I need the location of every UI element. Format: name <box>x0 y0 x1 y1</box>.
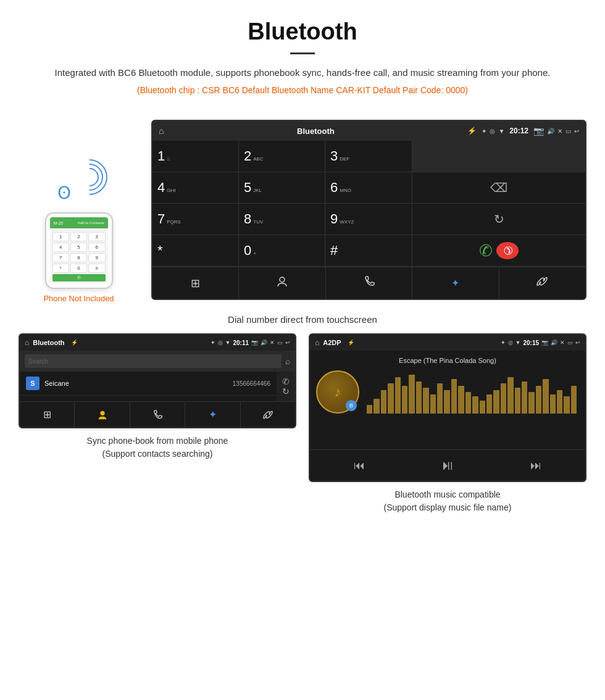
nav-link-button[interactable] <box>499 267 585 299</box>
bottom-panels: ⌂ Bluetooth ⚡ ✦ ◎ ▼ 20:11 📷 🔊 ✕ ▭ ↩ <box>0 333 605 514</box>
music-album-art: ♪ B <box>316 370 359 414</box>
eq-bar <box>409 375 414 414</box>
pb-refresh-icon[interactable]: ↻ <box>282 386 290 396</box>
dialpad-area: 1 ⌂ 2 ABC 3 DEF 4 GHI 5 JKL <box>152 141 585 267</box>
pb-back-icon: ↩ <box>285 340 290 346</box>
answer-call-icon[interactable]: ✆ <box>479 241 493 260</box>
pb-home-icon: ⌂ <box>25 338 29 347</box>
bluetooth-symbol-icon: ʘ <box>57 183 71 202</box>
redial-cell[interactable]: ↻ <box>412 204 585 235</box>
home-icon[interactable]: ⌂ <box>159 126 164 136</box>
music-status-title: A2DP <box>323 339 341 346</box>
nav-contacts-button[interactable] <box>239 267 325 299</box>
dial-key-8[interactable]: 8 TUV <box>239 204 325 235</box>
pb-nav-phone[interactable] <box>130 402 185 427</box>
dial-side-panel: ⌫ ↻ ✆ ✆ <box>412 141 585 267</box>
page-description: Integrated with BC6 Bluetooth module, su… <box>37 65 568 80</box>
eq-bar <box>550 394 556 414</box>
pb-nav-bt[interactable]: ✦ <box>185 402 240 427</box>
phone-key-1: 1 <box>52 232 69 241</box>
eq-bar <box>528 392 534 414</box>
phone-key-0: 0 <box>70 264 87 273</box>
dial-key-3[interactable]: 3 DEF <box>325 141 412 172</box>
phonebook-screen: ⌂ Bluetooth ⚡ ✦ ◎ ▼ 20:11 📷 🔊 ✕ ▭ ↩ <box>19 333 296 428</box>
dial-key-0[interactable]: 0 + <box>239 235 325 267</box>
bluetooth-nav-icon: ✦ <box>451 277 459 289</box>
call-buttons-cell: ✆ ✆ <box>412 235 585 267</box>
music-screen-icon: ▭ <box>567 340 573 346</box>
music-bt-icon: ✦ <box>501 340 506 346</box>
phone-key-star: * <box>52 264 69 273</box>
pb-bt-icon: ✦ <box>211 340 215 346</box>
phone-key-2: 2 <box>70 232 87 241</box>
eq-bar <box>536 386 541 414</box>
music-panel: ⌂ A2DP ⚡ ✦ ◎ ▼ 20:15 📷 🔊 ✕ ▭ ↩ Escape (T… <box>309 333 586 514</box>
dial-key-9[interactable]: 9 WXYZ <box>325 204 412 235</box>
nav-bluetooth-button[interactable]: ✦ <box>412 267 499 299</box>
dial-key-6[interactable]: 6 MNO <box>325 172 412 204</box>
pb-usb-icon: ⚡ <box>71 340 78 346</box>
pb-contact-row[interactable]: S Seicane 13566664466 <box>20 372 277 396</box>
phone-key-hash: # <box>88 264 105 273</box>
eq-bar <box>367 405 372 414</box>
eq-bar <box>395 377 401 414</box>
status-icons: ✦ ◎ ▼ <box>482 128 504 135</box>
page-title: Bluetooth <box>37 19 568 45</box>
bt-badge-icon: B <box>346 400 357 411</box>
eq-bar <box>381 390 386 414</box>
eq-bar <box>522 381 527 414</box>
music-note-icon: ♪ <box>335 384 341 400</box>
eq-bar <box>437 383 443 414</box>
play-pause-button[interactable]: ⏯ <box>436 455 459 476</box>
music-loc-icon: ◎ <box>508 340 513 346</box>
pb-call-icon[interactable]: ✆ <box>282 377 290 386</box>
title-divider <box>290 52 315 54</box>
phone-key-5: 5 <box>70 243 87 252</box>
prev-track-button[interactable]: ⏮ <box>349 457 370 475</box>
next-track-button[interactable]: ⏭ <box>525 457 546 475</box>
dial-key-5[interactable]: 5 JKL <box>239 172 325 204</box>
link-icon <box>536 275 548 291</box>
music-back-icon: ↩ <box>575 340 580 346</box>
page-header: Bluetooth Integrated with BC6 Bluetooth … <box>0 0 605 120</box>
eq-bar <box>501 383 506 414</box>
pb-loc-icon: ◎ <box>218 340 223 346</box>
svg-point-0 <box>280 277 285 282</box>
eq-bar <box>480 401 485 414</box>
backspace-icon: ⌫ <box>490 180 507 195</box>
dial-key-hash[interactable]: # <box>325 235 412 267</box>
music-content: Escape (The Pina Colada Song) ♪ B <box>310 351 585 449</box>
pb-search-bar: Search ⌕ <box>20 351 295 372</box>
back-icon: ↩ <box>574 128 579 135</box>
pb-nav-link[interactable] <box>241 402 295 427</box>
pb-nav-person[interactable] <box>75 402 130 427</box>
music-cam-icon: 📷 <box>541 340 548 346</box>
end-call-button[interactable]: ✆ <box>496 242 519 259</box>
backspace-cell[interactable]: ⌫ <box>412 172 585 204</box>
dial-key-4[interactable]: 4 GHI <box>152 172 239 204</box>
eq-bar <box>472 396 478 414</box>
dial-key-2[interactable]: 2 ABC <box>239 141 325 172</box>
eq-bar <box>557 390 562 414</box>
pb-side-bar: ✆ ↻ <box>277 372 295 401</box>
dial-key-star[interactable]: * <box>152 235 239 267</box>
dial-key-1[interactable]: 1 ⌂ <box>152 141 239 172</box>
search-icon[interactable]: ⌕ <box>285 356 290 366</box>
nav-grid-button[interactable]: ⊞ <box>152 267 239 299</box>
pb-screen-icon: ▭ <box>277 340 283 346</box>
dial-key-7[interactable]: 7 PQRS <box>152 204 239 235</box>
phone-dialpad: 1 2 3 4 5 6 7 8 9 * 0 # <box>52 232 106 273</box>
pb-nav-grid[interactable]: ⊞ <box>20 402 75 427</box>
phone-nav-icon <box>363 275 375 291</box>
nav-phone-button[interactable] <box>326 267 412 299</box>
close-icon: ✕ <box>557 128 562 135</box>
pb-search-input[interactable]: Search <box>25 354 282 368</box>
pb-contact-avatar: S <box>26 377 40 390</box>
pb-time: 20:11 <box>233 340 249 346</box>
eq-bar <box>423 388 428 414</box>
dialpad-screen: ⌂ Bluetooth ⚡ ✦ ◎ ▼ 20:12 📷 🔊 ✕ ▭ ↩ 1 <box>151 120 586 300</box>
pb-vol-icon: 🔊 <box>261 340 267 346</box>
dialpad-status-bar: ⌂ Bluetooth ⚡ ✦ ◎ ▼ 20:12 📷 🔊 ✕ ▭ ↩ <box>152 121 585 141</box>
refresh-icon: ↻ <box>494 212 504 227</box>
person-icon <box>276 275 288 291</box>
